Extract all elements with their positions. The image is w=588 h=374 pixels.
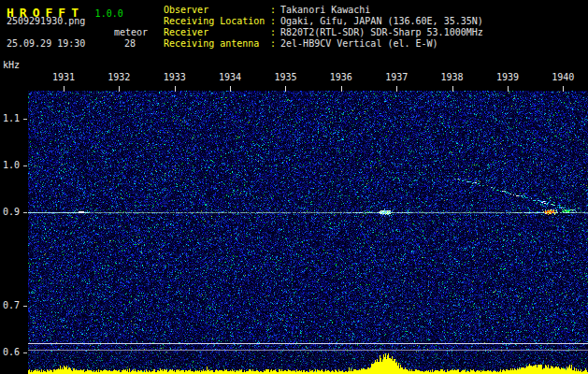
- info-label: Receiving antenna: [164, 38, 270, 50]
- info-colon: :: [270, 38, 276, 50]
- spectrogram-canvas: [28, 86, 588, 374]
- echo-count: 28: [124, 38, 136, 49]
- time-label: 1939: [493, 72, 523, 82]
- info-label: Receiver: [164, 27, 270, 38]
- time-label: 1933: [160, 72, 190, 82]
- freq-axis: 1.11.00.90.70.6: [0, 0, 28, 374]
- info-label: Receiving Location: [164, 16, 270, 27]
- freq-label: 1.0: [0, 160, 20, 170]
- info-colon: :: [270, 5, 276, 16]
- time-label: 1937: [381, 72, 411, 82]
- freq-label: 0.7: [0, 300, 20, 310]
- freq-label: 1.1: [0, 113, 20, 123]
- freq-tick: [23, 119, 27, 120]
- info-label: Observer: [164, 5, 270, 16]
- freq-label: 0.9: [0, 207, 20, 217]
- time-label: 1931: [49, 72, 79, 82]
- freq-tick: [23, 352, 27, 353]
- time-label: 1935: [270, 72, 300, 82]
- freq-label: 0.6: [0, 347, 20, 357]
- hrofft-output: HROFFT 1.0.0 2509291930.png meteor 25.09…: [0, 0, 588, 374]
- info-value: 2el-HB9CV Vertical (el. E-W): [280, 38, 438, 49]
- info-value: Ogaki, Gifu, JAPAN (136.60E, 35.35N): [280, 16, 483, 26]
- time-label: 1936: [326, 72, 356, 82]
- station-info: Observer:Takanori Kawachi Receiving Loca…: [164, 5, 483, 50]
- info-colon: :: [270, 16, 276, 27]
- time-label: 1934: [215, 72, 245, 82]
- app-version: 1.0.0: [95, 8, 123, 19]
- freq-tick: [23, 306, 27, 307]
- time-label: 1932: [104, 72, 134, 82]
- time-axis: 1931193219331934193519361937193819391940: [0, 72, 588, 84]
- info-value: R820T2(RTL-SDR) SDR-Sharp 53.1000MHz: [280, 27, 483, 37]
- info-value: Takanori Kawachi: [280, 5, 370, 15]
- info-row-location: Receiving Location:Ogaki, Gifu, JAPAN (1…: [164, 16, 483, 27]
- time-label: 1940: [548, 72, 578, 82]
- mode-label: meteor: [114, 27, 148, 37]
- info-colon: :: [270, 27, 276, 38]
- freq-tick: [23, 165, 27, 166]
- freq-tick: [23, 212, 27, 213]
- info-row-antenna: Receiving antenna:2el-HB9CV Vertical (el…: [164, 38, 483, 50]
- info-row-receiver: Receiver:R820T2(RTL-SDR) SDR-Sharp 53.10…: [164, 27, 483, 38]
- time-label: 1938: [437, 72, 467, 82]
- info-row-observer: Observer:Takanori Kawachi: [164, 5, 483, 16]
